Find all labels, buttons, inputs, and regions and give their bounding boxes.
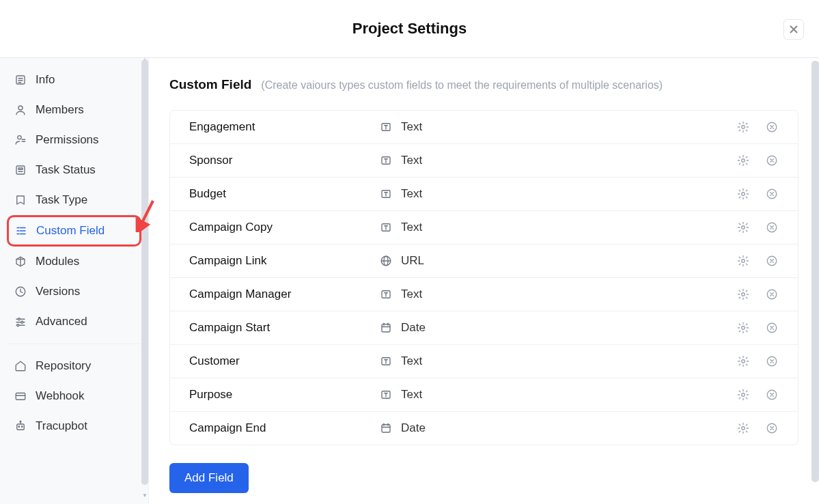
field-type: Text (379, 120, 736, 134)
sidebar-item-modules[interactable]: Modules (7, 247, 141, 277)
field-delete-button[interactable] (765, 421, 779, 435)
svg-rect-18 (16, 393, 25, 400)
field-name: Campaign End (189, 421, 379, 435)
svg-point-26 (742, 126, 745, 129)
sidebar-scrollbar-thumb[interactable] (141, 59, 148, 485)
field-name: Campaign Manager (189, 288, 379, 301)
svg-point-32 (742, 193, 745, 196)
svg-point-15 (21, 321, 23, 323)
gear-icon (737, 355, 749, 367)
field-type-label: Text (401, 154, 422, 167)
text-type-icon (379, 388, 393, 402)
gear-icon (737, 389, 749, 401)
sidebar-item-advanced[interactable]: Advanced (7, 307, 141, 337)
field-actions (736, 321, 779, 335)
field-name: Purpose (189, 388, 379, 402)
field-name: Campaign Copy (189, 221, 379, 234)
delete-icon (766, 288, 778, 300)
field-settings-button[interactable] (736, 421, 750, 435)
field-settings-button[interactable] (736, 187, 750, 201)
gear-icon (737, 188, 749, 200)
svg-point-55 (742, 393, 745, 397)
sidebar-item-task-status[interactable]: Task Status (7, 155, 141, 185)
text-type-icon (379, 120, 393, 134)
field-delete-button[interactable] (765, 321, 779, 335)
svg-point-13 (18, 318, 20, 320)
field-delete-button[interactable] (765, 288, 779, 301)
sidebar-item-repository[interactable]: Repository (7, 351, 141, 381)
sidebar-item-members[interactable]: Members (7, 95, 141, 125)
sidebar-item-task-type[interactable]: Task Type (7, 185, 141, 215)
svg-point-17 (17, 324, 19, 326)
scrollbar-arrow-down-icon[interactable]: ▼ (142, 492, 148, 499)
text-type-icon (379, 354, 393, 368)
sidebar-item-tracupbot[interactable]: Tracupbot (7, 411, 141, 441)
taskstatus-icon (14, 163, 27, 177)
svg-point-52 (742, 360, 745, 363)
field-actions (736, 254, 779, 268)
field-type: URL (379, 254, 736, 268)
svg-point-24 (22, 426, 23, 428)
gear-icon (737, 121, 749, 133)
field-delete-button[interactable] (765, 354, 779, 368)
field-delete-button[interactable] (765, 154, 779, 167)
repository-icon (14, 359, 27, 373)
field-settings-button[interactable] (736, 321, 750, 335)
svg-rect-57 (382, 425, 390, 432)
tracupbot-icon (14, 419, 27, 433)
sidebar-item-label: Modules (36, 255, 79, 268)
main-header: Custom Field (Create vaiours types custo… (169, 77, 799, 92)
add-field-button[interactable]: Add Field (169, 463, 249, 493)
field-type-label: URL (401, 254, 424, 268)
field-settings-button[interactable] (736, 288, 750, 301)
sidebar-item-label: Repository (36, 359, 91, 373)
svg-rect-45 (382, 324, 390, 332)
delete-icon (766, 221, 778, 234)
field-row: Campaign EndDate (170, 412, 798, 445)
field-settings-button[interactable] (736, 254, 750, 268)
members-icon (14, 103, 27, 117)
field-actions (736, 354, 779, 368)
sidebar-item-permissions[interactable]: Permissions (7, 125, 141, 155)
text-type-icon (379, 187, 393, 201)
field-delete-button[interactable] (765, 388, 779, 402)
field-row: Campaign StartDate (170, 311, 798, 345)
field-settings-button[interactable] (736, 388, 750, 402)
custom-field-list: EngagementTextSponsorTextBudgetTextCampa… (169, 110, 799, 445)
sidebar-item-versions[interactable]: Versions (7, 277, 141, 307)
svg-rect-8 (16, 166, 25, 174)
field-type: Text (379, 221, 736, 234)
field-row: CustomerText (170, 345, 798, 378)
url-type-icon (379, 254, 393, 268)
gear-icon (737, 154, 749, 167)
field-actions (736, 221, 779, 234)
field-row: SponsorText (170, 144, 798, 178)
field-settings-button[interactable] (736, 221, 750, 234)
field-name: Budget (189, 187, 379, 201)
sidebar-item-info[interactable]: Info (7, 65, 141, 95)
field-delete-button[interactable] (765, 254, 779, 268)
sidebar-item-webhook[interactable]: Webhook (7, 381, 141, 411)
versions-icon (14, 285, 27, 298)
field-settings-button[interactable] (736, 120, 750, 134)
field-type-label: Text (401, 288, 422, 301)
field-type-label: Text (401, 120, 422, 134)
sidebar-item-custom-field[interactable]: Custom Field (7, 215, 141, 247)
field-delete-button[interactable] (765, 120, 779, 134)
sidebar-item-label: Versions (36, 285, 80, 298)
field-name: Engagement (189, 120, 379, 134)
close-button[interactable] (783, 19, 804, 40)
tasktype-icon (14, 193, 27, 207)
field-delete-button[interactable] (765, 187, 779, 201)
date-type-icon (379, 321, 393, 335)
sidebar-item-label: Custom Field (36, 224, 105, 238)
field-settings-button[interactable] (736, 354, 750, 368)
field-settings-button[interactable] (736, 154, 750, 167)
sidebar-item-label: Advanced (36, 315, 87, 328)
main-scrollbar-thumb[interactable] (811, 61, 819, 482)
svg-point-23 (18, 426, 20, 428)
field-type-label: Text (401, 354, 422, 368)
field-delete-button[interactable] (765, 221, 779, 234)
delete-icon (766, 188, 778, 200)
sidebar-item-label: Permissions (36, 133, 99, 147)
